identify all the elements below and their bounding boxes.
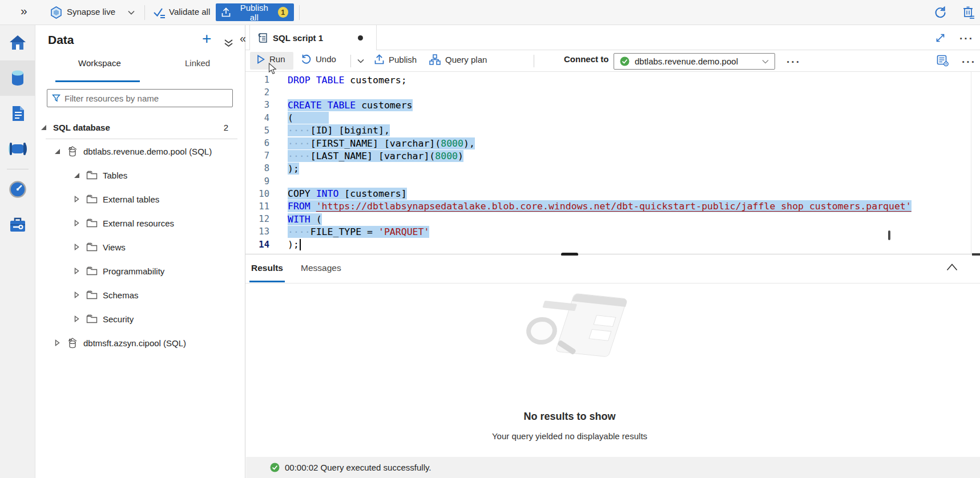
validate-all-button[interactable]: Validate all — [169, 7, 210, 17]
line-number: 13 — [245, 226, 269, 237]
code-line-4[interactable]: 4( — [245, 112, 980, 124]
database-icon — [67, 145, 78, 157]
refresh-icon[interactable] — [934, 6, 946, 18]
code-line-8[interactable]: 8); — [245, 162, 980, 175]
line-number: 10 — [245, 189, 269, 199]
tree-item-dbtmsft-azsyn-cipool-sql[interactable]: dbtmsft.azsyn.cipool (SQL) — [35, 331, 245, 355]
divider — [299, 5, 300, 20]
code-line-9[interactable]: 9 — [245, 175, 980, 188]
expanded-expander-icon[interactable] — [72, 173, 81, 178]
code-line-10[interactable]: 10COPY INTO [customers] — [245, 188, 980, 200]
undo-button[interactable]: Undo — [301, 54, 336, 64]
code-line-2[interactable]: 2 — [245, 86, 980, 99]
folder-icon — [86, 195, 98, 204]
line-number: 3 — [245, 100, 269, 110]
synapse-studio-window: » Synapse live Validate all Publish all … — [0, 0, 980, 478]
code-line-1[interactable]: 1DROP TABLE customers; — [245, 74, 980, 86]
rail-item-integrate[interactable] — [0, 131, 35, 167]
chevron-down-icon[interactable] — [128, 10, 135, 15]
filter-input[interactable] — [64, 94, 228, 103]
publish-button[interactable]: Publish — [374, 54, 417, 64]
expand-chevrons-icon[interactable]: » — [21, 4, 27, 18]
tab-sql-script-1[interactable]: SQL script 1 — [249, 25, 377, 50]
tree-item-tables[interactable]: Tables — [35, 163, 245, 187]
query-plan-icon — [429, 54, 441, 65]
query-status-bar: 00:00:02 Query executed successfully. — [246, 457, 980, 478]
publish-count-badge: 1 — [278, 7, 288, 18]
tree-item-schemas[interactable]: Schemas — [35, 283, 245, 307]
home-icon — [9, 34, 27, 51]
code-line-11[interactable]: 11FROM 'https://dbtlabsynapsedatalake.bl… — [245, 200, 980, 213]
code-line-14[interactable]: 14); — [245, 238, 980, 250]
synapse-logo-icon — [50, 6, 62, 19]
discard-trash-icon[interactable] — [962, 6, 975, 19]
tab-results[interactable]: Results — [251, 263, 283, 273]
commandbar-overflow-icon[interactable]: ··· — [962, 59, 976, 65]
tree-item-programmability[interactable]: Programmability — [35, 259, 245, 283]
rail-item-home[interactable] — [0, 25, 35, 60]
tree-item-sql-database[interactable]: SQL database2 — [35, 115, 245, 139]
mode-selector[interactable]: Synapse live — [67, 7, 115, 17]
tree-item-security[interactable]: Security — [35, 307, 245, 331]
code-line-6[interactable]: 6····[FIRST_NAME] [varchar](8000), — [245, 137, 980, 149]
tree-item-dbtlabs-revenue-demo-pool-sql[interactable]: dbtlabs.revenue.demo.pool (SQL) — [35, 139, 245, 163]
tab-title: SQL script 1 — [273, 33, 323, 43]
tab-messages[interactable]: Messages — [301, 263, 341, 273]
expanded-expander-icon[interactable] — [39, 125, 48, 130]
collapsed-expander-icon[interactable] — [72, 220, 81, 226]
code-line-5[interactable]: 5····[ID] [bigint], — [245, 124, 980, 137]
rail-item-manage[interactable] — [0, 207, 35, 242]
validate-check-icon — [153, 7, 166, 19]
code-line-7[interactable]: 7····[LAST_NAME] [varchar](8000) — [245, 149, 980, 162]
expand-editor-icon[interactable] — [935, 33, 946, 43]
collapse-results-chevron-icon[interactable] — [946, 264, 958, 271]
folder-icon — [86, 314, 98, 323]
collapsed-expander-icon[interactable] — [72, 315, 81, 322]
line-number: 8 — [245, 163, 269, 173]
collapsed-expander-icon[interactable] — [72, 291, 81, 298]
rail-item-develop[interactable] — [0, 96, 35, 131]
tree-item-label: Views — [103, 242, 126, 252]
expanded-expander-icon[interactable] — [53, 149, 62, 154]
tree-item-label: SQL database — [53, 123, 110, 132]
tab-workspace[interactable]: Workspace — [78, 58, 121, 68]
collapsed-expander-icon[interactable] — [72, 268, 81, 274]
code-line-12[interactable]: 12WITH ( — [245, 213, 980, 225]
tree-item-external-resources[interactable]: External resources — [35, 211, 245, 235]
rail-item-monitor[interactable] — [0, 172, 35, 207]
line-number: 2 — [245, 87, 269, 98]
run-options-chevron-icon[interactable] — [357, 59, 364, 63]
tree-item-external-tables[interactable]: External tables — [35, 187, 245, 211]
collapsed-expander-icon[interactable] — [72, 196, 81, 202]
folder-icon — [86, 218, 98, 228]
line-number: 5 — [245, 125, 269, 136]
tab-more-icon[interactable]: ··· — [959, 36, 974, 42]
document-tab-strip: SQL script 1 ··· — [245, 25, 980, 50]
scrollbar-marker[interactable] — [888, 230, 890, 240]
run-button[interactable]: Run — [257, 54, 285, 64]
tree-item-label: External tables — [103, 195, 159, 204]
code-line-13[interactable]: 13····FILE_TYPE = 'PARQUET' — [245, 225, 980, 238]
collapsed-expander-icon[interactable] — [53, 339, 62, 346]
code-line-3[interactable]: 3CREATE TABLE customers — [245, 99, 980, 111]
pool-dropdown[interactable]: dbtlabs.revenue.demo.pool — [614, 53, 775, 70]
commandbar-more-icon[interactable]: ··· — [787, 59, 801, 65]
query-plan-button[interactable]: Query plan — [429, 54, 487, 65]
pool-chevron-icon — [762, 59, 769, 64]
line-number: 12 — [245, 214, 269, 224]
folder-icon — [86, 290, 98, 299]
sql-code-editor[interactable]: 1DROP TABLE customers;23CREATE TABLE cus… — [245, 72, 980, 254]
tree-item-label: External resources — [103, 218, 174, 228]
publish-all-button[interactable]: Publish all 1 — [216, 3, 294, 21]
collapse-all-icon[interactable] — [224, 39, 233, 48]
tree-item-label: dbtmsft.azsyn.cipool (SQL) — [83, 338, 186, 348]
left-nav-rail — [0, 25, 35, 478]
tree-item-count: 2 — [224, 123, 245, 132]
rail-item-data[interactable] — [0, 60, 35, 96]
manage-icon — [9, 216, 27, 233]
collapsed-expander-icon[interactable] — [72, 244, 81, 250]
tab-linked[interactable]: Linked — [185, 58, 210, 68]
editor-settings-icon[interactable] — [937, 55, 949, 67]
tree-item-views[interactable]: Views — [35, 235, 245, 259]
add-icon[interactable]: + — [202, 30, 211, 48]
